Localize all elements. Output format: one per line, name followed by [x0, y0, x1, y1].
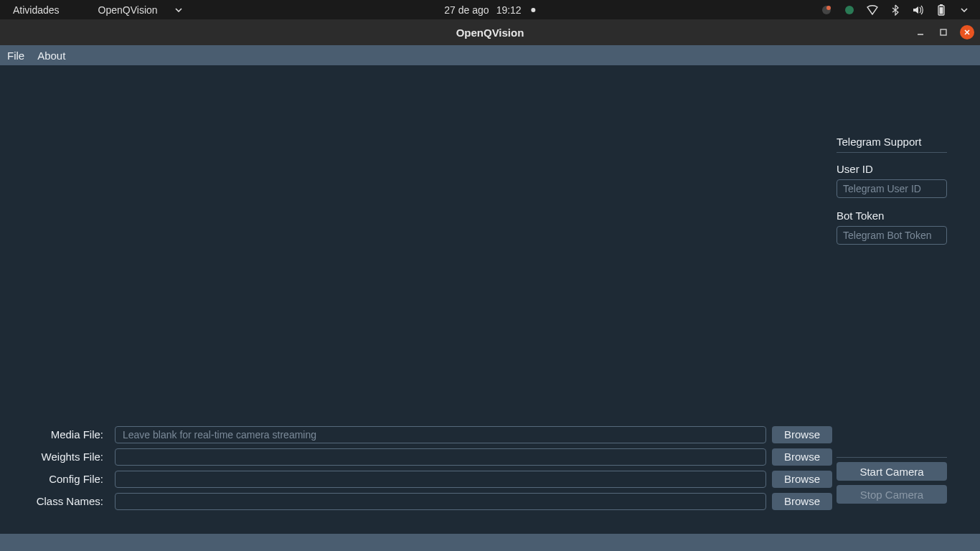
file-inputs: Media File: Browse Weights File: Browse …	[0, 423, 832, 512]
topbar-left: Atividades OpenQVision	[0, 0, 195, 19]
config-file-label: Config File:	[0, 473, 115, 485]
close-button[interactable]	[960, 25, 974, 39]
user-id-input[interactable]	[837, 179, 947, 198]
clock[interactable]: 27 de ago 19:12	[444, 4, 535, 16]
chevron-down-icon	[175, 8, 182, 12]
svg-rect-4	[940, 4, 943, 6]
telegram-heading: Telegram Support	[837, 136, 947, 148]
gnome-topbar: Atividades OpenQVision 27 de ago 19:12	[0, 0, 980, 19]
media-file-browse-button[interactable]: Browse	[772, 426, 832, 443]
config-file-input[interactable]	[115, 471, 766, 488]
media-file-row: Media File: Browse	[0, 423, 832, 446]
divider	[837, 457, 947, 458]
menu-about[interactable]: About	[37, 50, 65, 62]
config-file-browse-button[interactable]: Browse	[772, 471, 832, 488]
class-names-label: Class Names:	[0, 495, 115, 507]
battery-icon[interactable]	[936, 4, 947, 16]
bot-token-group: Bot Token	[837, 209, 947, 245]
telegram-panel: Telegram Support User ID Bot Token	[837, 136, 947, 256]
class-names-input[interactable]	[115, 493, 766, 510]
main-area: Telegram Support User ID Bot Token Start…	[0, 65, 980, 534]
bot-token-label: Bot Token	[837, 209, 947, 222]
class-names-browse-button[interactable]: Browse	[772, 493, 832, 510]
activities-button[interactable]: Atividades	[0, 4, 72, 16]
menubar: File About	[0, 45, 980, 65]
svg-rect-6	[941, 29, 946, 35]
bot-token-input[interactable]	[837, 226, 947, 245]
minimize-button[interactable]	[914, 26, 927, 39]
status-green-icon[interactable]	[844, 4, 855, 16]
svg-point-2	[845, 6, 854, 14]
network-icon[interactable]	[867, 4, 878, 16]
app-menu[interactable]: OpenQVision	[72, 4, 195, 16]
window-controls	[914, 19, 974, 45]
class-names-row: Class Names: Browse	[0, 490, 832, 512]
media-file-input[interactable]	[115, 426, 766, 443]
statusbar	[0, 534, 980, 551]
divider	[837, 152, 947, 153]
start-camera-button[interactable]: Start Camera	[837, 462, 947, 481]
weights-file-label: Weights File:	[0, 451, 115, 463]
maximize-button[interactable]	[937, 26, 950, 39]
menu-file[interactable]: File	[7, 50, 24, 62]
weights-file-row: Weights File: Browse	[0, 446, 832, 468]
window-title: OpenQVision	[456, 27, 524, 39]
updates-icon[interactable]	[821, 4, 832, 16]
weights-file-input[interactable]	[115, 448, 766, 466]
clock-time: 19:12	[496, 4, 522, 16]
camera-controls: Start Camera Stop Camera	[837, 457, 947, 504]
weights-file-browse-button[interactable]: Browse	[772, 448, 832, 466]
topbar-right	[821, 0, 980, 19]
media-file-label: Media File:	[0, 428, 115, 441]
volume-icon[interactable]	[913, 4, 924, 16]
app-menu-label: OpenQVision	[85, 4, 171, 16]
system-menu-chevron-icon[interactable]	[958, 4, 970, 16]
svg-point-1	[826, 6, 831, 10]
config-file-row: Config File: Browse	[0, 468, 832, 490]
user-id-label: User ID	[837, 163, 947, 175]
notification-dot-icon	[532, 8, 536, 12]
svg-rect-5	[940, 7, 943, 14]
user-id-group: User ID	[837, 163, 947, 198]
stop-camera-button[interactable]: Stop Camera	[837, 485, 947, 504]
clock-date: 27 de ago	[444, 4, 489, 16]
window-titlebar: OpenQVision	[0, 19, 980, 45]
app-window: OpenQVision File About Telegram Support …	[0, 19, 980, 551]
bluetooth-icon[interactable]	[890, 4, 901, 16]
